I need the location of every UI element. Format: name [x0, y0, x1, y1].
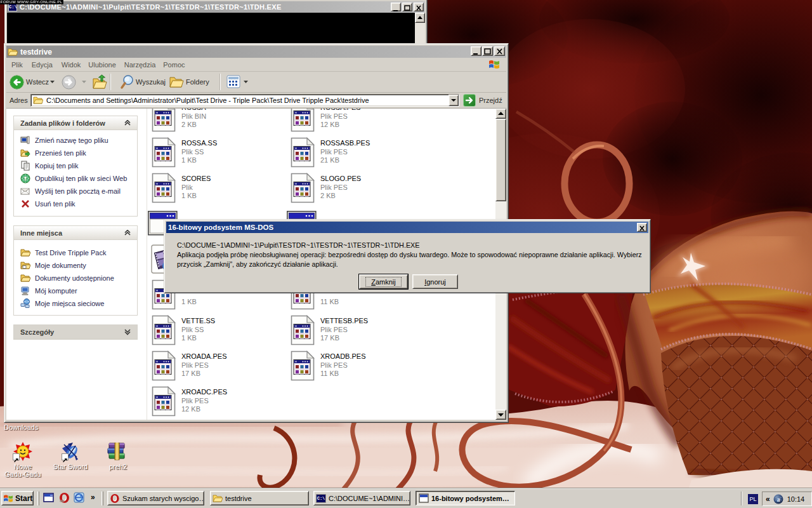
svg-text:a: a [776, 496, 780, 503]
